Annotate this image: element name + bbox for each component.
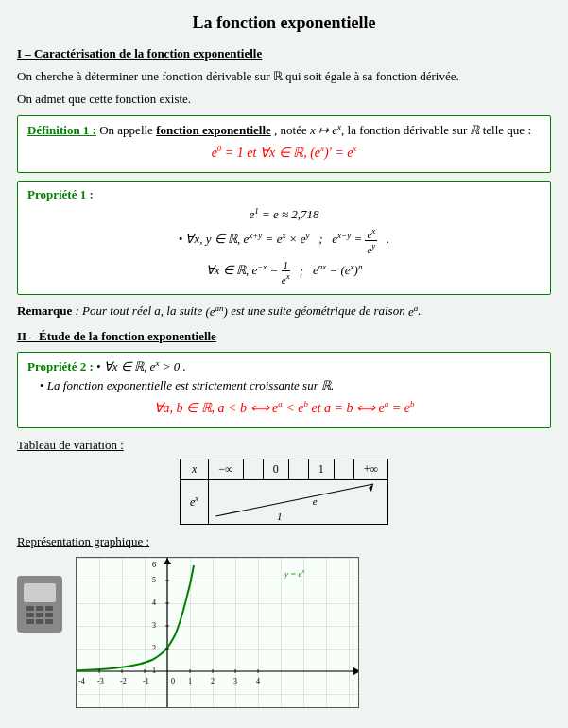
prop1-line3: ∀x ∈ ℝ, e−x = 1ex ; enx = (ex)n	[27, 259, 541, 286]
svg-text:4: 4	[152, 598, 156, 607]
var-label: Tableau de variation :	[17, 438, 551, 453]
def-formula: e0 = 1 et ∀x ∈ ℝ, (ex)' = ex	[27, 144, 541, 161]
prop1-line2: • ∀x, y ∈ ℝ, ex+y = ex × ey ; ex−y = exe…	[27, 226, 541, 254]
def-Rtext: ℝ	[470, 123, 479, 137]
svg-text:4: 4	[256, 677, 260, 685]
svg-text:1: 1	[152, 667, 156, 675]
def-text2: , notée x ↦ ex, la fonction dérivable su…	[274, 123, 470, 137]
section1: I – Caractérisation de la fonction expon…	[17, 46, 551, 320]
svg-text:2: 2	[152, 644, 156, 652]
variation-section: Tableau de variation : x −∞ 0 1 +∞ ex	[17, 438, 551, 525]
svg-text:-2: -2	[120, 677, 127, 685]
section1-title: I – Caractérisation de la fonction expon…	[17, 46, 551, 61]
prop2-label: Propriété 2 : • ∀x ∈ ℝ, ex > 0 .	[27, 358, 541, 374]
para1: On cherche à déterminer une fonction dér…	[17, 67, 551, 86]
svg-text:-4: -4	[78, 677, 85, 685]
page-title: La fonction exponentielle	[17, 13, 551, 33]
calculator-icon	[17, 576, 62, 633]
svg-text:6: 6	[152, 561, 156, 569]
svg-rect-3	[77, 558, 359, 708]
prop2-box: Propriété 2 : • ∀x ∈ ℝ, ex > 0 . • La fo…	[17, 352, 551, 428]
prop2-line3: ∀a, b ∈ ℝ, a < b ⟺ ea < eb et a = b ⟺ ea…	[27, 399, 541, 416]
prop2-line2: • La fonction exponentielle est strictem…	[27, 378, 541, 393]
svg-text:5: 5	[152, 576, 156, 584]
prop1-box: Propriété 1 : e1 = e ≈ 2,718 • ∀x, y ∈ ℝ…	[17, 181, 551, 295]
remark: Remarque : Pour tout réel a, la suite (e…	[17, 303, 551, 319]
svg-text:3: 3	[233, 677, 237, 685]
svg-text:1: 1	[188, 677, 192, 685]
def-text3: telle que :	[483, 123, 531, 137]
definition-box: Définition 1 : On appelle fonction expon…	[17, 115, 551, 173]
svg-text:-3: -3	[97, 677, 104, 685]
para2: On admet que cette fonction existe.	[17, 90, 551, 109]
def-text: On appelle	[99, 123, 156, 137]
svg-text:2: 2	[211, 677, 215, 685]
prop1-line1: e1 = e ≈ 2,718	[27, 206, 541, 222]
svg-line-0	[216, 484, 374, 516]
calc-buttons	[26, 606, 53, 624]
prop1-label: Propriété 1 :	[27, 187, 541, 202]
svg-text:0: 0	[171, 677, 175, 685]
section2: II – Étude de la fonction exponentielle …	[17, 329, 551, 708]
section2-title: II – Étude de la fonction exponentielle	[17, 329, 551, 344]
svg-text:-1: -1	[143, 677, 149, 685]
calc-screen	[24, 583, 56, 602]
def-bold-text: fonction exponentielle	[156, 123, 271, 137]
graph-label: Représentation graphique :	[17, 534, 551, 549]
graph-section: Représentation graphique :	[17, 534, 551, 708]
graph-area: 0 1 2 3 4 -1 -2 -3 -4 1 2 3 4 5 6	[76, 557, 359, 708]
def-label: Définition 1 :	[27, 123, 96, 137]
variation-table: x −∞ 0 1 +∞ ex	[180, 459, 388, 525]
graph-container: 0 1 2 3 4 -1 -2 -3 -4 1 2 3 4 5 6	[17, 557, 551, 708]
svg-text:3: 3	[152, 621, 156, 630]
